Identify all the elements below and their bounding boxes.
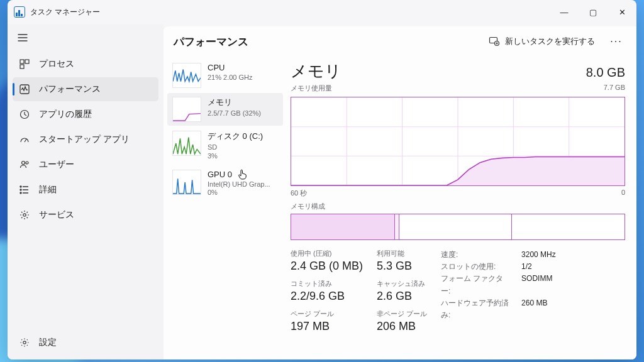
stat-avail-value: 5.3 GB (377, 260, 427, 273)
stat-commit-value: 2.2/9.6 GB (291, 290, 363, 303)
window-maximize-button[interactable]: ▢ (579, 0, 608, 24)
kv-form-k: フォーム ファクター: (441, 273, 510, 297)
svg-rect-0 (20, 60, 24, 63)
mini-item-gpu[interactable]: GPU 0 Intel(R) UHD Grap... 0% (167, 166, 283, 202)
kv-slots-k: スロットの使用: (441, 261, 510, 273)
mini-item-cpu[interactable]: CPU 21% 2.00 GHz (167, 59, 283, 92)
kv-speed-k: 速度: (441, 249, 510, 261)
stat-cached-label: キャッシュ済み (377, 279, 427, 288)
memory-kv-list: 速度:3200 MHz スロットの使用:1/2 フォーム ファクター:SODIM… (441, 249, 556, 333)
kv-speed-v: 3200 MHz (521, 249, 556, 261)
mini-item-disk[interactable]: ディスク 0 (C:) SD 3% (167, 127, 283, 165)
usable-total: 7.7 GB (604, 84, 625, 93)
resource-mini-list: CPU 21% 2.00 GHz メモリ 2.5/7.7 GB (32%) (166, 57, 284, 359)
svg-point-9 (20, 192, 21, 194)
cpu-sparkline (172, 63, 201, 88)
memory-composition-bar (291, 214, 625, 240)
mini-memory-name: メモリ (208, 97, 278, 108)
mini-gpu-sub1: Intel(R) UHD Grap... (208, 180, 278, 189)
sidebar-item-label: 設定 (39, 337, 57, 348)
svg-point-7 (20, 186, 21, 187)
mini-cpu-name: CPU (208, 63, 278, 72)
content-header: パフォーマンス 新しいタスクを実行する ··· (164, 26, 636, 57)
svg-rect-1 (25, 60, 29, 63)
axis-right: 0 (621, 189, 625, 198)
app-icon (14, 6, 25, 18)
history-icon (19, 109, 30, 119)
svg-point-8 (20, 189, 21, 190)
svg-rect-2 (20, 65, 24, 69)
mini-cpu-sub: 21% 2.00 GHz (208, 74, 278, 82)
mini-item-memory[interactable]: メモリ 2.5/7.7 GB (32%) (167, 93, 283, 126)
kv-hw-k: ハードウェア予約済み: (441, 297, 510, 321)
stat-commit-label: コミット済み (291, 279, 363, 288)
disk-sparkline (172, 131, 201, 156)
hamburger-button[interactable] (10, 26, 35, 49)
settings-icon (19, 337, 30, 348)
kv-hw-v: 260 MB (521, 297, 547, 321)
memory-usage-graph (291, 97, 625, 186)
stat-paged-value: 197 MB (291, 320, 363, 333)
sidebar-item-startup[interactable]: スタートアップ アプリ (13, 128, 158, 151)
sidebar-item-label: プロセス (39, 58, 74, 70)
titlebar: タスク マネージャー — ▢ ✕ (8, 0, 636, 24)
sidebar: プロセス パフォーマンス アプリの履歴 スタートアップ アプリ (8, 24, 164, 359)
task-manager-window: タスク マネージャー — ▢ ✕ プロセス パフォーマンス (8, 0, 636, 359)
stat-inuse-label: 使用中 (圧縮) (291, 249, 363, 258)
sidebar-item-performance[interactable]: パフォーマンス (13, 77, 158, 101)
mini-gpu-sub2: 0% (208, 189, 278, 197)
content-area: パフォーマンス 新しいタスクを実行する ··· (164, 26, 636, 359)
stat-nonpaged-label: 非ページ プール (377, 309, 427, 319)
detail-panel: メモリ 8.0 GB メモリ使用量 7.7 GB 60 秒 0 メモリ構成 (284, 57, 636, 359)
stat-nonpaged-value: 206 MB (377, 320, 427, 333)
mini-disk-name: ディスク 0 (C:) (208, 131, 278, 142)
sidebar-item-processes[interactable]: プロセス (13, 52, 158, 76)
more-options-button[interactable]: ··· (606, 31, 626, 52)
activity-icon (19, 84, 30, 94)
memory-stats: 使用中 (圧縮) 2.4 GB (0 MB) コミット済み 2.2/9.6 GB… (291, 249, 625, 333)
run-task-label: 新しいタスクを実行する (505, 36, 595, 47)
sidebar-item-label: パフォーマンス (39, 84, 101, 95)
run-task-icon (489, 36, 500, 47)
sidebar-item-details[interactable]: 詳細 (13, 178, 158, 202)
usage-label: メモリ使用量 (291, 84, 332, 93)
sidebar-item-label: ユーザー (39, 159, 74, 170)
sidebar-item-app-history[interactable]: アプリの履歴 (13, 102, 158, 126)
gpu-sparkline (172, 170, 201, 195)
list-icon (19, 185, 30, 195)
sidebar-item-label: サービス (39, 209, 74, 221)
gear-icon (19, 210, 30, 220)
memory-sparkline (172, 97, 201, 122)
sidebar-item-settings[interactable]: 設定 (13, 331, 158, 354)
window-close-button[interactable]: ✕ (608, 0, 636, 24)
kv-slots-v: 1/2 (521, 261, 532, 273)
axis-left: 60 秒 (291, 189, 307, 198)
app-title: タスク マネージャー (30, 7, 100, 18)
stat-paged-label: ページ プール (291, 309, 363, 319)
sidebar-item-users[interactable]: ユーザー (13, 153, 158, 177)
composition-label: メモリ構成 (291, 202, 625, 211)
run-new-task-button[interactable]: 新しいタスクを実行する (482, 32, 601, 51)
sidebar-item-services[interactable]: サービス (13, 203, 158, 227)
stat-cached-value: 2.6 GB (377, 290, 427, 303)
mini-disk-sub1: SD (208, 143, 278, 152)
page-title: パフォーマンス (174, 35, 248, 49)
detail-title: メモリ (291, 60, 341, 82)
svg-point-11 (23, 341, 26, 344)
stat-inuse-value: 2.4 GB (0 MB) (291, 260, 363, 273)
sidebar-item-label: スタートアップ アプリ (39, 134, 130, 145)
mini-memory-sub: 2.5/7.7 GB (32%) (208, 109, 278, 118)
svg-point-5 (22, 162, 25, 165)
gauge-icon (19, 134, 30, 145)
mini-disk-sub2: 3% (208, 152, 278, 161)
sidebar-item-label: アプリの履歴 (39, 109, 92, 120)
stat-avail-label: 利用可能 (377, 249, 427, 258)
users-icon (19, 160, 30, 170)
window-minimize-button[interactable]: — (550, 0, 579, 24)
svg-point-6 (26, 162, 28, 164)
grid-icon (19, 59, 30, 69)
svg-point-10 (23, 214, 26, 216)
detail-total: 8.0 GB (586, 65, 625, 80)
sidebar-item-label: 詳細 (39, 184, 57, 195)
mini-gpu-name: GPU 0 (208, 170, 278, 179)
